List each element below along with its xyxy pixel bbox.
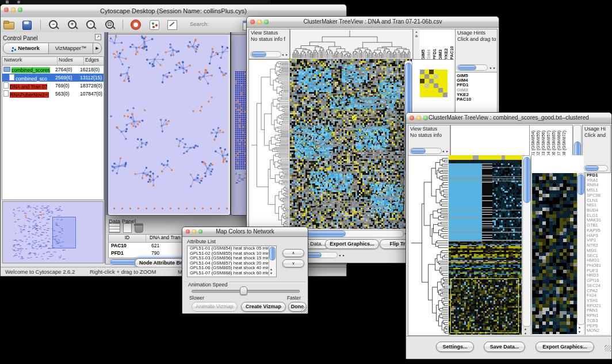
attribute-list-label: Attribute List [187, 239, 216, 244]
close-icon[interactable] [410, 116, 414, 120]
scroll-up-icon[interactable]: ▴ [579, 325, 580, 329]
resize-grip[interactable] [301, 306, 307, 313]
tab-overflow-arrow[interactable]: ▶ [93, 43, 102, 54]
network1-titlebar[interactable]: combined_scores_good.txt--cluste... [108, 32, 230, 35]
new-attribute-icon[interactable] [123, 223, 132, 233]
minimize-icon[interactable] [192, 229, 196, 233]
faster-label: Faster [287, 295, 301, 301]
move-down-button[interactable]: ∨ [282, 259, 304, 267]
minimize-icon[interactable] [416, 116, 421, 120]
network-canvas-1[interactable] [109, 35, 228, 214]
tv1-column-dendrogram[interactable] [290, 29, 413, 59]
column-label[interactable]: PFD1 [432, 49, 437, 60]
tv2-zoomed-heatmap[interactable] [532, 173, 577, 334]
network-table-header[interactable]: Network Nodes Edges [2, 57, 104, 66]
scroll-left-icon[interactable]: ◂ [339, 254, 341, 257]
column-label[interactable]: GIM3 [438, 49, 443, 60]
scroll-up-icon[interactable]: ▴ [270, 267, 272, 271]
tv1-bottom-scrollbar[interactable] [304, 252, 338, 258]
annotation-icon[interactable] [166, 19, 178, 30]
scroll-down-icon[interactable]: ▾ [270, 271, 272, 275]
scroll-right-icon[interactable]: ▸ [286, 53, 288, 56]
zoom-fit-icon[interactable]: ⊡ [104, 19, 116, 30]
settings-button[interactable]: Settings... [436, 342, 474, 352]
view-status-scrollbar[interactable] [250, 51, 281, 58]
save-session-icon[interactable] [21, 19, 33, 30]
export-graphics-button[interactable]: Export Graphics... [536, 342, 594, 352]
help-lifering-icon[interactable] [130, 19, 143, 30]
zoom-window-icon[interactable] [198, 229, 202, 233]
view-status-scrollbar[interactable] [410, 148, 442, 154]
attribute-list-item[interactable]: GPL51-07 (GSM868) heat shock 60 min [189, 271, 276, 276]
close-icon[interactable] [186, 229, 190, 233]
dialog-title: Map Colors to Network [216, 228, 274, 235]
create-vizmap-button[interactable]: Create Vizmap [241, 302, 286, 312]
column-label[interactable]: PAC10 [449, 46, 454, 60]
tv1-row-dendrogram[interactable] [248, 59, 290, 230]
tab-vizmapper[interactable]: VizMapper™ [49, 43, 93, 54]
close-icon[interactable] [250, 20, 255, 24]
attribute-table-icon[interactable] [109, 223, 120, 233]
tv1-correlation-matrix[interactable] [420, 70, 447, 97]
treeview1-titlebar[interactable]: ClusterMaker TreeView : DNA and Tran 07-… [247, 17, 499, 28]
tv2-button-bar: Settings... Save Data... Export Graphics… [406, 336, 611, 359]
treeview2-title: ClusterMaker TreeView : combined_scores_… [429, 114, 589, 121]
tv2-row-dendrogram[interactable] [408, 155, 449, 336]
usage-hints-scrollbar[interactable] [457, 64, 488, 71]
resize-grip[interactable] [605, 345, 611, 351]
tv2-heatmap-vscrollbar[interactable] [522, 155, 531, 327]
zoom-out-icon[interactable]: − [47, 19, 60, 30]
birdseye-view[interactable] [2, 201, 104, 263]
plugin-manager-icon[interactable] [148, 19, 160, 30]
scroll-down-icon[interactable]: ▾ [525, 332, 526, 335]
zoom-in-icon[interactable]: + [66, 19, 79, 30]
tv2-zoom-vscrollbar[interactable] [577, 173, 585, 325]
tv1-usage-hints: Usage Hints Click and drag to ◂ ▸ [455, 29, 498, 72]
close-icon[interactable] [4, 7, 9, 12]
usage-hints-scrollbar[interactable] [584, 165, 608, 171]
move-up-button[interactable]: ∧ [282, 249, 304, 257]
column-label[interactable]: YKE2 [443, 48, 449, 60]
gene-label[interactable]: MON2 [586, 328, 611, 334]
tab-network[interactable]: Network [3, 43, 49, 54]
export-graphics-button[interactable]: Export Graphics... [325, 239, 379, 249]
delete-attribute-icon[interactable] [135, 223, 143, 233]
scroll-left-icon[interactable]: ◂ [442, 150, 444, 153]
zoom-window-icon[interactable] [423, 116, 428, 120]
minimize-icon[interactable] [11, 7, 16, 12]
control-panel-title: Control Panel [1, 35, 38, 41]
float-panel-icon[interactable]: ↗ [95, 34, 101, 40]
open-file-icon[interactable] [2, 19, 15, 30]
scroll-up-icon[interactable]: ▴ [525, 327, 526, 331]
treeview2-titlebar[interactable]: ClusterMaker TreeView : combined_scores_… [406, 113, 611, 124]
table-row[interactable]: combined_scores 2764(0) 16218(0) [2, 66, 104, 74]
tv1-heatmap[interactable] [290, 59, 412, 229]
scroll-right-icon[interactable]: ▸ [343, 254, 345, 257]
gene-label[interactable]: PAC10 [456, 97, 497, 102]
column-label[interactable]: GIM4 [426, 49, 431, 60]
zoom-selected-icon[interactable]: ▫ [85, 19, 97, 30]
table-row[interactable]: DNA and Tran 07 769(0) 183728(0) [2, 82, 104, 90]
network-view-window-1[interactable]: combined_scores_good.txt--cluste... [108, 32, 231, 216]
table-row[interactable]: RNAPuberNov2+! 563(0) 107847(0) [2, 90, 104, 98]
minimize-icon[interactable] [257, 20, 262, 24]
tv2-heatmap[interactable] [449, 155, 522, 335]
zoom-window-icon[interactable] [18, 7, 22, 12]
table-row-selected[interactable]: combined_sco 2569(6) 13112(15) [2, 74, 104, 82]
tv2-column-dendrogram[interactable] [450, 125, 530, 156]
column-label[interactable]: GIM5 [420, 49, 426, 60]
scroll-right-icon[interactable]: ▸ [494, 66, 495, 70]
attribute-list-vscrollbar[interactable]: ▴ ▾ [269, 246, 276, 276]
zoom-window-icon[interactable] [264, 20, 269, 24]
save-data-button[interactable]: Save Data... [484, 342, 525, 352]
speed-slider-thumb[interactable] [240, 286, 247, 295]
scroll-left-icon[interactable]: ◂ [282, 53, 284, 56]
attribute-listbox[interactable]: GPL51-01 (GSM854) heat shock 05 minGPL51… [187, 246, 277, 277]
animation-speed-group: Animation Speed Slower Faster [185, 282, 305, 301]
scroll-right-icon[interactable]: ▸ [446, 150, 448, 153]
scroll-left-icon[interactable]: ◂ [489, 66, 491, 70]
dialog-titlebar[interactable]: Map Colors to Network [182, 227, 308, 237]
map-colors-dialog: Map Colors to Network Attribute List GPL… [182, 227, 308, 314]
scroll-down-icon[interactable]: ▾ [579, 330, 580, 334]
animate-vizmap-button[interactable]: Animate Vizmap [192, 302, 238, 312]
